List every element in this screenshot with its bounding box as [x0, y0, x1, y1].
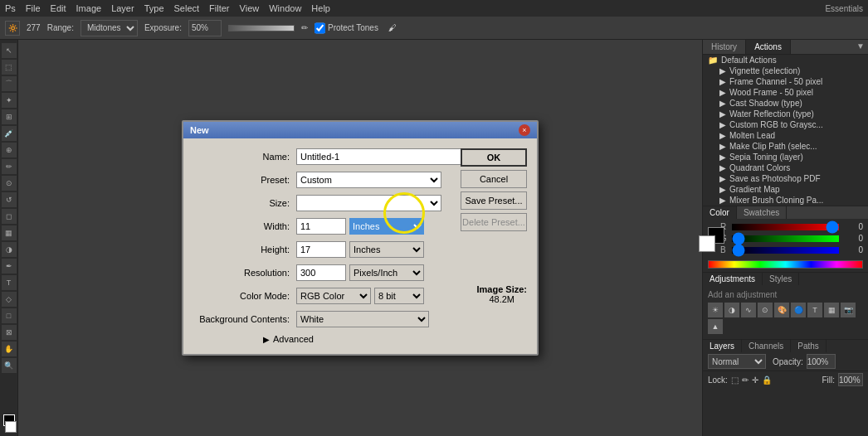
history-item-8[interactable]: ▶ Sepia Toning (layer) — [703, 152, 868, 162]
protect-tones-checkbox[interactable] — [315, 20, 325, 36]
tool-history[interactable]: ↺ — [2, 192, 17, 207]
history-item-5[interactable]: ▶ Custom RGB to Graysc... — [703, 119, 868, 130]
height-input[interactable] — [296, 241, 346, 258]
width-input[interactable] — [296, 218, 346, 235]
history-item-11[interactable]: ▶ Gradient Map — [703, 184, 868, 195]
history-item-3[interactable]: ▶ Cast Shadow (type) — [703, 98, 868, 109]
adj-icon-contrast[interactable]: ◑ — [724, 303, 739, 317]
tab-channels[interactable]: Channels — [742, 340, 791, 352]
red-slider[interactable] — [732, 224, 839, 230]
menu-help[interactable]: Help — [311, 3, 330, 13]
width-unit-select[interactable]: Inches — [349, 218, 424, 235]
history-item-2[interactable]: ▶ Wood Frame - 50 pixel — [703, 87, 868, 98]
menu-window[interactable]: Window — [269, 3, 301, 13]
blend-mode-select[interactable]: Normal — [708, 354, 766, 369]
adj-icon-curves[interactable]: ∿ — [741, 303, 756, 317]
tool-lasso[interactable]: ⌒ — [2, 76, 17, 91]
adj-icon-exposure[interactable]: ⊙ — [758, 303, 773, 317]
adj-icon-color[interactable]: 🔵 — [791, 303, 806, 317]
menu-ps[interactable]: Ps — [5, 3, 16, 13]
resolution-unit-select[interactable]: Pixels/Inch — [349, 264, 424, 281]
cancel-button[interactable]: Cancel — [461, 170, 527, 188]
tool-hand[interactable]: ✋ — [2, 342, 17, 356]
tool-heal[interactable]: ⊕ — [2, 143, 17, 157]
history-item-9[interactable]: ▶ Quadrant Colors — [703, 162, 868, 173]
preset-select[interactable]: Custom — [296, 172, 441, 188]
resolution-input[interactable] — [296, 264, 346, 281]
tab-history[interactable]: History — [703, 40, 746, 54]
tool-gradient[interactable]: ▦ — [2, 225, 17, 240]
tool-zoom[interactable]: 🔍 — [2, 358, 17, 373]
menu-layer[interactable]: Layer — [111, 3, 134, 13]
menu-file[interactable]: File — [26, 3, 41, 13]
menu-edit[interactable]: Edit — [51, 3, 66, 13]
size-select[interactable] — [296, 195, 441, 211]
range-select[interactable]: Midtones — [80, 20, 138, 36]
tool-crop[interactable]: ⊞ — [2, 109, 17, 124]
adj-icon-channel[interactable]: T — [807, 303, 822, 317]
adj-icon-photo[interactable]: 📷 — [841, 303, 856, 317]
blue-slider[interactable] — [732, 247, 839, 254]
tab-actions[interactable]: Actions — [746, 40, 791, 54]
history-item-7[interactable]: ▶ Make Clip Path (selec... — [703, 141, 868, 152]
tool-select[interactable]: ⬚ — [2, 60, 17, 75]
menu-view[interactable]: View — [240, 3, 260, 13]
adj-icon-threshold[interactable]: ▲ — [708, 319, 723, 334]
adj-icon-gradient[interactable]: ▦ — [824, 303, 839, 317]
delete-preset-button[interactable]: Delete Preset... — [461, 213, 527, 231]
tool-pen[interactable]: ✒ — [2, 259, 17, 274]
tool-clone[interactable]: ⊙ — [2, 176, 17, 191]
opacity-input[interactable] — [807, 354, 836, 369]
lock-brush-icon[interactable]: ✏ — [742, 375, 749, 385]
tab-styles[interactable]: Styles — [763, 273, 799, 285]
tool-move[interactable]: ↖ — [2, 43, 17, 58]
tool-path[interactable]: ◇ — [2, 292, 17, 307]
advanced-toggle[interactable]: ▶ Advanced — [263, 334, 314, 344]
tab-color[interactable]: Color — [703, 206, 737, 219]
ok-button[interactable]: OK — [461, 148, 527, 167]
history-item-1[interactable]: ▶ Frame Channel - 50 pixel — [703, 76, 868, 87]
history-item-6[interactable]: ▶ Molten Lead — [703, 130, 868, 141]
green-slider[interactable] — [732, 235, 839, 242]
exposure-input[interactable] — [188, 20, 222, 36]
name-input[interactable] — [296, 148, 462, 165]
adj-icon-brightness[interactable]: ☀ — [708, 303, 723, 317]
exposure-slider[interactable] — [228, 25, 295, 31]
menu-filter[interactable]: Filter — [209, 3, 229, 13]
color-spectrum[interactable] — [708, 260, 863, 269]
history-item-4[interactable]: ▶ Water Reflection (type) — [703, 109, 868, 119]
panel-collapse-icon[interactable]: ▼ — [853, 40, 868, 54]
background-color[interactable] — [5, 421, 17, 433]
history-item-10[interactable]: ▶ Save as Photoshop PDF — [703, 173, 868, 184]
tab-paths[interactable]: Paths — [791, 340, 827, 352]
tool-brush[interactable]: ✏ — [2, 159, 17, 174]
height-unit-select[interactable]: Inches — [349, 241, 424, 258]
history-item-12[interactable]: ▶ Mixer Brush Cloning Pa... — [703, 195, 868, 206]
menu-select[interactable]: Select — [174, 3, 200, 13]
tool-3d[interactable]: ⊠ — [2, 325, 17, 340]
menu-type[interactable]: Type — [144, 3, 164, 13]
dialog-close-button[interactable]: × — [519, 124, 530, 136]
tool-type[interactable]: T — [2, 275, 17, 290]
tool-eyedropper[interactable]: 💉 — [2, 126, 17, 141]
background-select[interactable]: White — [296, 311, 429, 327]
tool-magic[interactable]: ✦ — [2, 93, 17, 108]
lock-all-icon[interactable]: 🔒 — [762, 375, 772, 385]
save-preset-button[interactable]: Save Preset... — [461, 191, 527, 210]
tab-layers[interactable]: Layers — [703, 340, 742, 352]
adj-icon-hue[interactable]: 🎨 — [774, 303, 789, 317]
tool-shape[interactable]: □ — [2, 308, 17, 323]
bit-depth-select[interactable]: 8 bit — [374, 288, 424, 304]
dialog-title: New — [190, 125, 209, 135]
tool-eraser[interactable]: ◻ — [2, 209, 17, 224]
tab-adjustments[interactable]: Adjustments — [703, 273, 763, 285]
menu-image[interactable]: Image — [76, 3, 102, 13]
fill-input[interactable] — [838, 373, 863, 386]
default-actions-folder[interactable]: 📁 Default Actions — [703, 55, 868, 65]
lock-transparent-icon[interactable]: ⬚ — [731, 375, 739, 385]
lock-move-icon[interactable]: ✛ — [752, 375, 758, 385]
tool-dodge[interactable]: ◑ — [2, 242, 17, 257]
color-mode-select[interactable]: RGB Color — [296, 288, 371, 304]
tab-swatches[interactable]: Swatches — [737, 206, 787, 219]
history-item-0[interactable]: ▶ Vignette (selection) — [703, 65, 868, 76]
